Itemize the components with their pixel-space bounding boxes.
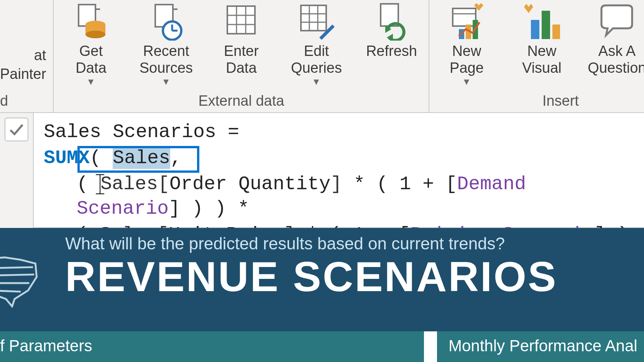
col1-name: Order Quantity [169,173,330,195]
l3-open: ( [77,173,100,195]
col1-open: [ [158,173,169,195]
svg-rect-31 [542,11,550,39]
get-data-button[interactable]: Get Data ▾ [62,0,120,88]
svg-marker-29 [524,4,533,13]
comma: , [170,147,182,169]
sumx-function: SUMX [44,147,90,169]
enter-data-label: Enter Data [224,43,259,76]
get-data-label: Get Data [76,43,106,76]
chevron-down-icon: ▾ [163,75,169,88]
refresh-button[interactable]: Refresh [363,0,420,88]
svg-line-38 [0,290,21,292]
new-visual-button[interactable]: New Visual [513,0,570,88]
parameters-panel-title: f Parameters [0,331,424,362]
svg-line-35 [0,267,33,268]
formula-bar[interactable]: Sales Scenarios = SUMX( Sales, ( Sales[O… [34,113,644,228]
new-visual-label: New Visual [522,43,562,76]
chevron-down-icon: ▾ [88,75,94,88]
edit-queries-label: Edit Queries [291,43,342,76]
banner-question: What will be the predicted results based… [65,234,644,253]
new-visual-icon [522,2,561,41]
commit-checkmark-button[interactable] [5,118,28,141]
ribbon: at Painter d Get Data ▾ Recent Sources ▾ [0,0,644,113]
enter-data-button[interactable]: Enter Data [212,0,270,88]
equals-sign: = [216,121,239,143]
col1-table: Sales [100,173,158,195]
usa-map-icon [0,246,39,308]
svg-line-36 [0,275,34,276]
recent-sources-icon [147,2,185,41]
insert-group-label: Insert [429,93,644,109]
table-arg-sales: Sales [113,147,170,169]
clipboard-group-partial: d [0,93,53,109]
text-caret [100,174,100,194]
refresh-icon [372,2,411,41]
new-page-button[interactable]: New Page ▾ [438,0,495,88]
monthly-performance-panel-title: Monthly Performance Anal [437,331,644,362]
chevron-down-icon: ▾ [314,75,319,88]
svg-rect-23 [453,8,476,26]
recent-sources-label: Recent Sources [140,43,193,76]
ribbon-group-clipboard: at Painter d [0,0,54,112]
panel-row: f Parameters Monthly Performance Anal [0,331,644,362]
svg-point-3 [85,31,105,38]
ribbon-group-insert: New Page ▾ New Visual Ask A Question [429,0,644,112]
edit-queries-icon [297,2,335,41]
edit-queries-button[interactable]: Edit Queries ▾ [288,0,345,88]
open-paren: ( [90,147,113,169]
enter-data-icon [222,2,260,41]
banner-title: REVENUE SCENARIOS [65,256,644,298]
ask-a-question-button[interactable]: Ask A Question [588,0,644,88]
ribbon-group-external-data: Get Data ▾ Recent Sources ▾ Enter Data [54,0,429,112]
l3-mid: * ( 1 + [ [342,173,457,195]
new-page-icon [447,2,486,41]
format-painter-partial[interactable]: at Painter [0,0,49,84]
formula-bar-left [0,113,34,228]
new-page-label: New Page [450,43,484,76]
external-data-group-label: External data [54,93,429,109]
l3-close: ] ) ) * [169,198,249,219]
col1-close: ] [330,173,342,195]
svg-rect-8 [227,6,255,34]
svg-rect-13 [301,5,326,31]
measure-name: Sales Scenarios [44,121,216,143]
ask-question-icon [598,2,636,41]
svg-rect-30 [531,20,539,39]
title-banner: What will be the predicted results based… [0,228,644,331]
formula-bar-row: Sales Scenarios = SUMX( Sales, ( Sales[O… [0,113,644,228]
ask-question-label: Ask A Question [588,43,644,76]
check-icon [8,121,25,138]
chevron-down-icon: ▾ [464,75,469,88]
svg-rect-32 [552,25,560,39]
refresh-label: Refresh [366,43,417,60]
get-data-icon [72,2,110,41]
recent-sources-button[interactable]: Recent Sources ▾ [137,0,195,88]
report-canvas: What will be the predicted results based… [0,228,644,362]
